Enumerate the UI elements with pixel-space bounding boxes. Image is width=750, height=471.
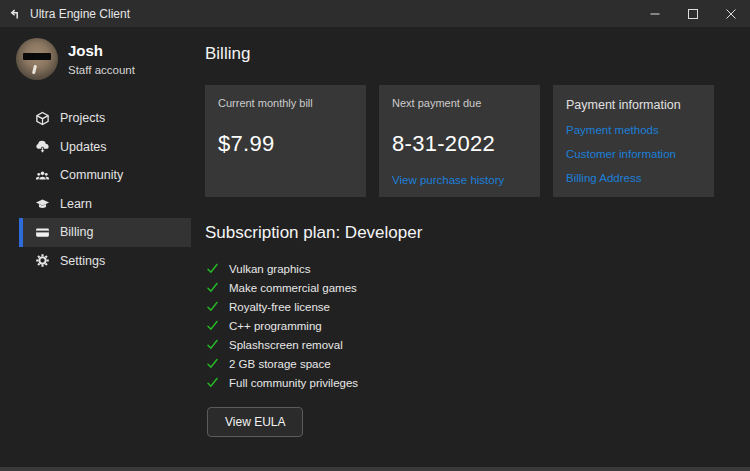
sidebar-item-label: Learn [60, 197, 92, 211]
next-payment-date: 8-31-2022 [392, 131, 527, 157]
view-eula-button[interactable]: View EULA [207, 407, 303, 437]
avatar-cigarette [32, 65, 37, 74]
current-bill-card: Current monthly bill $7.99 [205, 85, 366, 197]
avatar [16, 38, 58, 80]
sidebar-item-settings[interactable]: Settings [19, 247, 191, 276]
avatar-sunglasses [23, 53, 51, 60]
billing-cards: Current monthly bill $7.99 Next payment … [205, 85, 714, 197]
sidebar-item-projects[interactable]: Projects [19, 104, 191, 133]
sidebar-item-billing[interactable]: Billing [19, 218, 191, 247]
sidebar-item-updates[interactable]: Updates [19, 133, 191, 162]
feature-label: Royalty-free license [229, 301, 330, 313]
window-bottom-edge [0, 467, 750, 471]
card-label: Next payment due [392, 97, 527, 109]
window-controls [636, 0, 750, 27]
feature-item: Royalty-free license [205, 297, 714, 316]
feature-label: Vulkan graphics [229, 263, 310, 275]
graduation-cap-icon [34, 196, 50, 212]
sidebar-item-label: Community [60, 168, 123, 182]
page-title: Billing [205, 44, 714, 64]
feature-item: Vulkan graphics [205, 259, 714, 278]
payment-methods-link[interactable]: Payment methods [566, 124, 701, 136]
subscription-title: Subscription plan: Developer [205, 223, 714, 243]
billing-address-link[interactable]: Billing Address [566, 172, 701, 184]
checkmark-icon [205, 376, 219, 390]
feature-label: 2 GB storage space [229, 358, 331, 370]
card-label: Current monthly bill [218, 97, 353, 109]
feature-item: Splashscreen removal [205, 335, 714, 354]
main-content: Billing Current monthly bill $7.99 Next … [205, 27, 714, 437]
gear-icon [34, 253, 50, 269]
feature-label: C++ programming [229, 320, 322, 332]
feature-item: Make commercial games [205, 278, 714, 297]
feature-label: Full community privileges [229, 377, 358, 389]
sidebar-item-label: Updates [60, 140, 107, 154]
view-purchase-history-link[interactable]: View purchase history [392, 174, 504, 186]
minimize-button[interactable] [636, 0, 674, 27]
payment-info-card: Payment information Payment methods Cust… [553, 85, 714, 197]
next-payment-card: Next payment due 8-31-2022 View purchase… [379, 85, 540, 197]
user-role: Staff account [68, 64, 135, 76]
cloud-download-icon [34, 139, 50, 155]
payment-info-header: Payment information [566, 98, 701, 112]
checkmark-icon [205, 338, 219, 352]
sidebar-item-label: Projects [60, 111, 105, 125]
current-bill-amount: $7.99 [218, 131, 353, 157]
maximize-button[interactable] [674, 0, 712, 27]
feature-item: Full community privileges [205, 373, 714, 392]
feature-label: Splashscreen removal [229, 339, 343, 351]
checkmark-icon [205, 262, 219, 276]
checkmark-icon [205, 281, 219, 295]
credit-card-icon [34, 224, 50, 240]
checkmark-icon [205, 357, 219, 371]
feature-item: 2 GB storage space [205, 354, 714, 373]
user-name: Josh [68, 42, 135, 59]
sidebar: Josh Staff account Projects [0, 27, 191, 275]
checkmark-icon [205, 300, 219, 314]
feature-item: C++ programming [205, 316, 714, 335]
people-icon [34, 167, 50, 183]
customer-information-link[interactable]: Customer information [566, 148, 701, 160]
cube-icon [34, 110, 50, 126]
sidebar-item-community[interactable]: Community [19, 161, 191, 190]
close-button[interactable] [712, 0, 750, 27]
feature-list: Vulkan graphics Make commercial games Ro… [205, 259, 714, 392]
user-profile[interactable]: Josh Staff account [0, 27, 191, 80]
sidebar-item-label: Settings [60, 254, 105, 268]
app-logo-icon [7, 6, 23, 22]
checkmark-icon [205, 319, 219, 333]
app-window: Ultra Engine Client Josh Staff account [0, 0, 750, 471]
sidebar-item-learn[interactable]: Learn [19, 190, 191, 219]
sidebar-item-label: Billing [60, 225, 93, 239]
sidebar-nav: Projects Updates [0, 104, 191, 275]
window-title: Ultra Engine Client [30, 7, 130, 21]
feature-label: Make commercial games [229, 282, 357, 294]
titlebar: Ultra Engine Client [0, 0, 750, 27]
